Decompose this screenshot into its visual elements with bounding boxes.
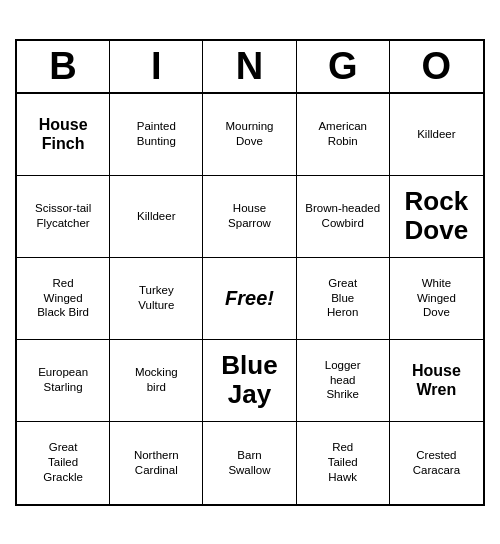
cell-text: RockDove	[405, 187, 469, 244]
bingo-cell[interactable]: TurkeyVulture	[110, 258, 203, 340]
bingo-cell[interactable]: GreatTailedGrackle	[17, 422, 110, 504]
bingo-cell[interactable]: Free!	[203, 258, 296, 340]
cell-text: EuropeanStarling	[38, 365, 88, 395]
cell-text: NorthernCardinal	[134, 448, 179, 478]
cell-text: WhiteWingedDove	[417, 276, 456, 321]
bingo-letter: I	[110, 41, 203, 92]
cell-text: CrestedCaracara	[413, 448, 460, 478]
cell-text: Killdeer	[417, 127, 455, 142]
cell-text: Scissor-tailFlycatcher	[35, 201, 91, 231]
cell-text: HouseSparrow	[228, 201, 271, 231]
cell-text: RedTailedHawk	[328, 440, 358, 485]
bingo-cell[interactable]: EuropeanStarling	[17, 340, 110, 422]
bingo-cell[interactable]: BarnSwallow	[203, 422, 296, 504]
cell-text: Mockingbird	[135, 365, 178, 395]
cell-text: LoggerheadShrike	[325, 358, 361, 403]
bingo-letter: O	[390, 41, 483, 92]
cell-text: BarnSwallow	[228, 448, 270, 478]
bingo-cell[interactable]: AmericanRobin	[297, 94, 390, 176]
cell-text: AmericanRobin	[318, 119, 367, 149]
bingo-grid: HouseFinchPaintedBuntingMourningDoveAmer…	[17, 94, 483, 504]
cell-text: TurkeyVulture	[138, 283, 174, 313]
bingo-header: BINGO	[17, 41, 483, 94]
cell-text: HouseWren	[412, 361, 461, 399]
bingo-letter: N	[203, 41, 296, 92]
cell-text: PaintedBunting	[137, 119, 176, 149]
bingo-cell[interactable]: WhiteWingedDove	[390, 258, 483, 340]
bingo-cell[interactable]: Killdeer	[390, 94, 483, 176]
bingo-card: BINGO HouseFinchPaintedBuntingMourningDo…	[15, 39, 485, 506]
bingo-cell[interactable]: CrestedCaracara	[390, 422, 483, 504]
cell-text: BlueJay	[221, 351, 277, 408]
bingo-cell[interactable]: Mockingbird	[110, 340, 203, 422]
cell-text: Killdeer	[137, 209, 175, 224]
bingo-cell[interactable]: Scissor-tailFlycatcher	[17, 176, 110, 258]
bingo-cell[interactable]: PaintedBunting	[110, 94, 203, 176]
cell-text: GreatTailedGrackle	[43, 440, 83, 485]
cell-text: Free!	[225, 285, 274, 311]
bingo-cell[interactable]: MourningDove	[203, 94, 296, 176]
bingo-cell[interactable]: RedWingedBlack Bird	[17, 258, 110, 340]
bingo-cell[interactable]: Killdeer	[110, 176, 203, 258]
bingo-cell[interactable]: HouseFinch	[17, 94, 110, 176]
cell-text: GreatBlueHeron	[327, 276, 358, 321]
bingo-cell[interactable]: Brown-headedCowbird	[297, 176, 390, 258]
bingo-cell[interactable]: RedTailedHawk	[297, 422, 390, 504]
bingo-cell[interactable]: RockDove	[390, 176, 483, 258]
bingo-cell[interactable]: NorthernCardinal	[110, 422, 203, 504]
cell-text: MourningDove	[226, 119, 274, 149]
bingo-cell[interactable]: HouseSparrow	[203, 176, 296, 258]
cell-text: Brown-headedCowbird	[305, 201, 380, 231]
bingo-cell[interactable]: HouseWren	[390, 340, 483, 422]
bingo-cell[interactable]: BlueJay	[203, 340, 296, 422]
cell-text: HouseFinch	[39, 115, 88, 153]
bingo-cell[interactable]: LoggerheadShrike	[297, 340, 390, 422]
bingo-letter: B	[17, 41, 110, 92]
bingo-cell[interactable]: GreatBlueHeron	[297, 258, 390, 340]
bingo-letter: G	[297, 41, 390, 92]
cell-text: RedWingedBlack Bird	[37, 276, 89, 321]
